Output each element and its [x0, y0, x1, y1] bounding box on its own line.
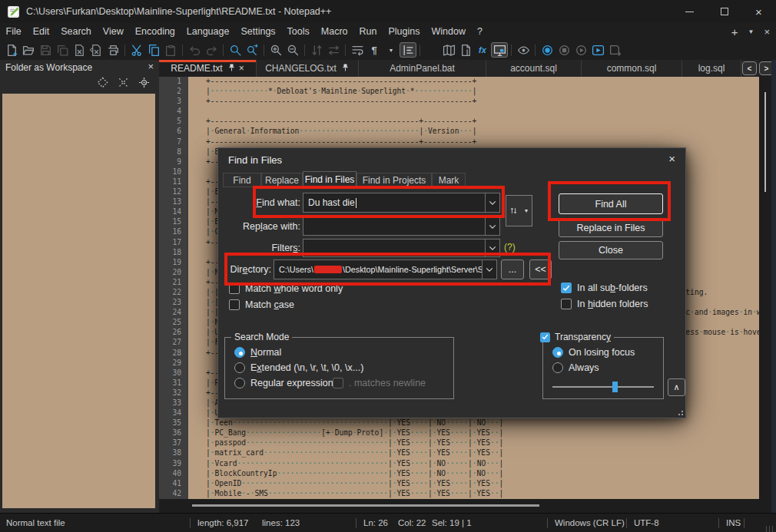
menu-settings[interactable]: Settings [235, 25, 281, 38]
copy-icon[interactable] [145, 42, 162, 58]
cut-icon[interactable] [128, 42, 145, 58]
document-tab-account-sql[interactable]: account.sql [486, 60, 582, 77]
menu-tools[interactable]: Tools [281, 25, 315, 38]
vertical-scrollbar-thumb[interactable] [764, 92, 766, 192]
tab-list-dropdown[interactable]: ▼ [748, 28, 754, 35]
open-file-icon[interactable] [20, 42, 37, 58]
match-case-checkbox[interactable]: Match case [229, 299, 294, 310]
tab-label: account.sql [510, 63, 557, 74]
menu-encoding[interactable]: Encoding [129, 25, 181, 38]
select-item-icon[interactable] [97, 77, 108, 88]
sync-horizontal-icon[interactable] [325, 42, 342, 58]
replace-icon[interactable] [244, 42, 260, 58]
tab-label: README.txt [171, 63, 222, 74]
transparency-checkbox[interactable] [540, 332, 550, 342]
print-icon[interactable] [104, 42, 121, 58]
panel-close-icon[interactable]: × [148, 61, 154, 72]
zoom-in-icon[interactable] [267, 42, 284, 58]
define-language-icon[interactable] [423, 42, 440, 58]
playback-macro-icon[interactable] [572, 42, 589, 58]
document-tab-log-sql[interactable]: log.sql [682, 60, 741, 77]
menu-language[interactable]: Language [181, 25, 235, 38]
close-icon[interactable] [71, 42, 88, 58]
document-list-icon[interactable] [457, 42, 474, 58]
zoom-out-icon[interactable] [284, 42, 301, 58]
menu-view[interactable]: View [97, 25, 129, 38]
redo-icon[interactable] [203, 42, 220, 58]
replace-in-files-button[interactable]: Replace in Files [559, 219, 663, 237]
dialog-resize-grip[interactable] [677, 409, 683, 415]
record-macro-icon[interactable] [539, 42, 555, 58]
window-resize-grip[interactable] [765, 521, 773, 529]
pin-icon[interactable] [227, 63, 236, 74]
find-icon[interactable] [227, 42, 244, 58]
menu-plugins[interactable]: Plugins [383, 25, 426, 38]
menu-edit[interactable]: Edit [27, 25, 55, 38]
in-hidden-folders-checkbox[interactable]: In hidden folders [561, 299, 648, 309]
menu-window[interactable]: Window [426, 25, 471, 38]
menu-file[interactable]: File [0, 25, 27, 38]
document-tab-adminpanel-bat[interactable]: AdminPanel.bat [359, 60, 486, 77]
menu-run[interactable]: Run [353, 25, 383, 38]
combo-arrow-icon[interactable] [485, 218, 499, 235]
function-list-icon[interactable]: fx [474, 42, 491, 58]
transparency-slider-thumb[interactable] [612, 382, 618, 392]
document-tab-readme-txt[interactable]: README.txt× [159, 60, 257, 77]
pin-icon[interactable] [341, 63, 350, 74]
menu-help[interactable]: ? [471, 25, 488, 38]
transparency-legend: Transparency [537, 332, 614, 342]
sync-vertical-icon[interactable] [308, 42, 325, 58]
monitoring-icon[interactable] [491, 42, 508, 58]
new-file-icon[interactable] [3, 42, 20, 58]
horizontal-scrollbar-thumb[interactable] [192, 504, 539, 507]
replace-with-combo[interactable] [303, 217, 500, 236]
horizontal-scrollbar[interactable] [159, 499, 759, 511]
menu-macro[interactable]: Macro [315, 25, 353, 38]
minimize-button[interactable] [672, 0, 707, 23]
close-tab-button[interactable]: × [764, 26, 770, 38]
close-window-button[interactable]: × [741, 0, 776, 23]
maximize-button[interactable] [707, 0, 741, 23]
stop-recording-icon[interactable] [555, 42, 572, 58]
show-all-characters-icon[interactable]: ¶ [366, 42, 383, 58]
radio-regular-expression[interactable]: Regular expression [234, 378, 333, 388]
transparency-slider[interactable] [552, 386, 654, 388]
workspace-tree[interactable] [2, 94, 155, 508]
locate-file-icon[interactable] [138, 77, 150, 88]
dropdown-icon[interactable]: ▼ [383, 42, 400, 58]
save-icon[interactable] [37, 42, 54, 58]
radio-extended-n-r-t-x-[interactable]: Extended (\n, \r, \t, \0, \x...) [234, 362, 363, 373]
view-in-browser-icon[interactable] [515, 42, 532, 58]
collapse-dialog-button[interactable]: ∧ [668, 378, 685, 396]
dialog-tab-find-in-files[interactable]: Find in Files [303, 171, 356, 187]
save-macro-icon[interactable] [606, 42, 623, 58]
indent-guide-icon[interactable] [400, 42, 416, 58]
run-macro-multiple-icon[interactable] [589, 42, 606, 58]
document-tab-changelog-txt[interactable]: CHANGELOG.txt [257, 60, 359, 77]
swap-find-replace-button[interactable] [506, 195, 522, 226]
collapse-all-icon[interactable] [118, 77, 129, 88]
close-button[interactable]: Close [559, 241, 663, 259]
tab-nav: < > [742, 61, 774, 75]
filters-hint[interactable]: (?) [504, 242, 516, 253]
menu-search[interactable]: Search [55, 25, 98, 38]
scroll-tabs-left-button[interactable]: < [742, 61, 757, 75]
undo-icon[interactable] [186, 42, 203, 58]
close-all-icon[interactable] [88, 42, 104, 58]
line-number: 29 [159, 359, 188, 368]
close-tab-icon[interactable]: × [239, 63, 244, 74]
paste-icon[interactable] [162, 42, 179, 58]
radio-normal[interactable]: Normal [234, 347, 281, 358]
save-all-icon[interactable] [54, 42, 71, 58]
vertical-scrollbar[interactable] [759, 77, 771, 511]
in-all-subfolders-checkbox[interactable]: In all sub-folders [561, 283, 648, 293]
radio-on-losing-focus[interactable]: On losing focus [552, 347, 635, 358]
radio-always[interactable]: Always [552, 362, 599, 373]
word-wrap-icon[interactable] [349, 42, 366, 58]
swap-options-dropdown[interactable]: ▼ [521, 195, 532, 226]
new-tab-button[interactable]: + [731, 25, 738, 38]
dialog-close-icon[interactable]: × [668, 152, 675, 165]
document-tab-common-sql[interactable]: common.sql [582, 60, 682, 77]
document-map-icon[interactable] [440, 42, 457, 58]
editor-line: +---------------------------------------… [188, 137, 759, 147]
